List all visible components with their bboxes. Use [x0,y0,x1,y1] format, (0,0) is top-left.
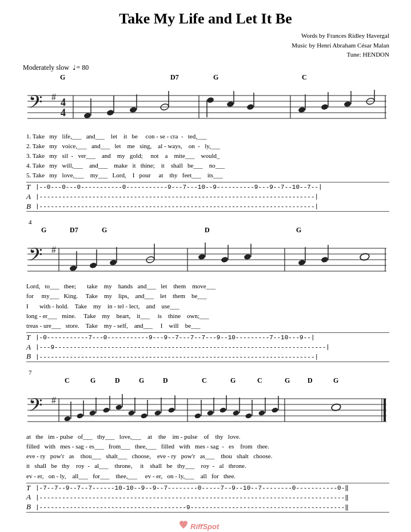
svg-point-25 [246,104,254,110]
svg-point-54 [198,254,206,261]
svg-text:𝄢: 𝄢 [29,395,42,419]
chord-row-3: C G D G D C G C G D G [33,376,389,387]
lyric-line-1-1: 1. Take my life,___ and___ let it be con… [26,132,389,141]
chord-D2: D [205,226,210,235]
tab-A-label-1: A [26,192,35,202]
tab-section-2: T |-0-----------7---0-----------9---9--7… [22,332,389,363]
svg-point-97 [207,410,214,416]
staff-svg-1: 𝄢 # 4 4 [22,84,389,130]
svg-text:𝄢: 𝄢 [29,92,42,116]
tab-B-numbers-2: |---------------------------------------… [35,353,389,361]
lyric-line-2-2: for my___ King. Take my lips, and___ let… [26,291,389,301]
lyric-line-1-5: 5. Take my love,___ my___ Lord, I pour a… [26,170,389,180]
lyric-line-1-3: 3. Take my sil - ver___ and my gold; not… [26,151,389,161]
lyrics-block-3: at the im - pulse of___ thy___ love,___ … [22,432,389,481]
lyric-line-1-2: 2. Take my voice,___ and___ let me sing,… [26,141,389,151]
svg-point-89 [141,413,148,419]
chord-G3: G [41,226,46,235]
lyric-line-3-2: filled with mes - sag - es___ from___ th… [26,442,389,451]
chord-row-1: G D7 G C [53,73,389,84]
tab-T-label-2: T [26,333,35,343]
lyric-line-3-1: at the im - pulse of___ thy___ love,___ … [26,432,389,442]
svg-point-62 [321,257,329,264]
svg-point-105 [258,410,266,416]
chord-C5: C [257,376,262,385]
svg-text:𝄢: 𝄢 [29,245,42,269]
svg-point-58 [244,254,252,261]
svg-point-87 [128,410,135,416]
credits-line3: Tune: HENDON [22,50,389,59]
svg-point-107 [272,407,279,414]
svg-text:4: 4 [61,107,66,118]
svg-point-13 [83,112,91,119]
lyric-line-2-3: I with - hold. Take my in - tel - lect, … [26,301,389,311]
lyric-line-3-3: eve - ry pow'r as thou___ shalt___ choos… [26,451,389,461]
tab-A-numbers-2: |---9-----------------------------------… [35,343,389,351]
svg-point-77 [64,416,71,422]
chord-G5: G [296,226,301,235]
tab-section-3: T |-7--7--9--7--7------10-10--9--9--7---… [22,483,389,513]
svg-point-85 [115,404,123,411]
chord-G6: G [90,376,95,385]
svg-point-31 [344,101,352,108]
chord-G7: G [139,376,144,385]
chord-G1: G [60,73,65,82]
chord-G8: G [230,376,236,385]
lyric-line-3-5: ev - er, on - ly, all___ for___ thee,___… [26,471,389,481]
lyrics-block-2: Lord, to___ thee; take my hands and___ l… [22,281,389,330]
svg-text:#: # [51,92,56,102]
svg-point-93 [168,407,175,414]
tab-B-label-3: B [26,502,35,512]
tab-T-label-3: T [26,483,35,493]
svg-point-79 [77,413,84,419]
tab-T-label-1: T [26,182,35,192]
watermark: RiffSpot [22,518,389,532]
chord-C4: C [202,376,207,385]
riffspot-logo: RiffSpot [177,518,234,532]
chord-D3: D [115,376,120,385]
lyrics-block-1: 1. Take my life,___ and___ let it be con… [22,132,389,180]
svg-point-23 [226,101,234,108]
lyric-line-3-4: it shall be thy roy - al___ throne, it s… [26,461,389,471]
svg-point-15 [106,109,114,116]
credits-line2: Music by Henri Abraham César Malan [22,41,389,50]
svg-point-46 [69,265,77,272]
tab-B-numbers-1: |---------------------------------------… [35,203,389,211]
svg-point-99 [220,407,227,414]
svg-point-101 [233,410,240,416]
tab-section-1: T |--0---0---0-----------0-----------9--… [22,182,389,212]
measure-num-3: 7 [29,369,32,376]
chord-C3: C [65,376,70,385]
chord-G2: G [213,73,218,82]
chord-G9: G [285,376,290,385]
svg-text:#: # [51,245,56,255]
credits-line1: Words by Frances Ridley Havergal [22,31,389,41]
svg-point-83 [103,407,110,414]
tab-T-numbers-3: |-7--7--9--7--7------10-10--9--9--7-----… [35,484,389,492]
svg-point-95 [194,413,202,419]
tab-T-numbers-1: |--0---0---0-----------0-----------9---7… [35,183,389,191]
staff-section-2: 4 G D7 G D G 𝄢 # [22,219,389,362]
svg-point-27 [298,106,306,113]
tab-A-label-2: A [26,343,35,352]
tempo-marking: Moderately slow ♩= 80 [23,63,389,72]
page-title: Take My Life and Let It Be [22,10,389,27]
chord-row-2: G D7 G D G [33,226,389,236]
tab-T-numbers-2: |-0-----------7---0-----------9---9--7--… [35,334,389,342]
tab-A-numbers-1: |---------------------------------------… [35,193,389,201]
tab-B-numbers-3: |---------------------------------------… [35,503,389,511]
svg-point-17 [129,106,137,113]
svg-point-103 [245,413,253,419]
tab-B-label-2: B [26,352,35,362]
tab-A-label-3: A [26,493,35,502]
svg-point-91 [154,410,162,416]
svg-point-60 [298,260,306,267]
svg-point-56 [221,257,229,264]
svg-point-81 [89,410,97,416]
svg-text:#: # [51,395,56,405]
staff-section-1: Moderately slow ♩= 80 G D7 G C 𝄢 # 4 4 [22,63,389,212]
chord-D4: D [163,376,168,385]
chord-G4: G [102,226,107,235]
page: Take My Life and Let It Be Words by Fran… [0,0,411,532]
chord-G10: G [333,376,338,385]
